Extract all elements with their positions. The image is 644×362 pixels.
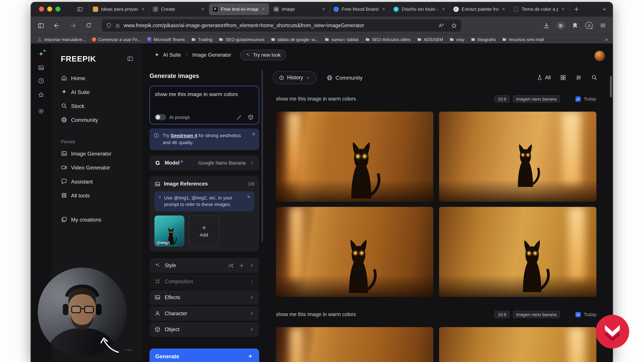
- browser-tab[interactable]: Create: [149, 2, 209, 16]
- generate-button[interactable]: Generate: [150, 349, 259, 362]
- url-bar[interactable]: www.freepik.com/pikaso/ai-image-generato…: [102, 19, 461, 31]
- sidebar-item-my-creations[interactable]: My creations: [56, 213, 137, 227]
- browser-tab[interactable]: C Diseño sin título -...: [390, 2, 450, 16]
- effects-section[interactable]: Effects: [150, 290, 259, 305]
- back-icon[interactable]: [53, 22, 60, 29]
- select-checkbox[interactable]: [576, 312, 581, 317]
- bookmark-item[interactable]: TMicrosoft Teams: [147, 37, 185, 41]
- bookmark-folder[interactable]: suma-t -tablas: [324, 37, 359, 41]
- bookmark-folder[interactable]: vray: [449, 37, 464, 41]
- close-icon[interactable]: [252, 132, 256, 136]
- select-checkbox[interactable]: [576, 96, 581, 102]
- ai-chatbot-rail-icon[interactable]: [38, 49, 44, 59]
- extensions-icon[interactable]: [572, 22, 578, 29]
- bookmark-item[interactable]: Importar marcadore...: [38, 37, 86, 41]
- recorder-badge[interactable]: [595, 314, 630, 349]
- bookmark-folder[interactable]: SEO-guías/recursos: [219, 37, 264, 41]
- bookmark-folder[interactable]: ADS/SEM: [417, 37, 443, 41]
- close-icon[interactable]: [246, 194, 251, 199]
- add-reference-button[interactable]: Add: [188, 215, 219, 247]
- generated-image[interactable]: [439, 112, 596, 201]
- tab-close-icon[interactable]: [261, 7, 265, 11]
- prompt-input[interactable]: show me this image in warm colors AI pro…: [150, 86, 259, 124]
- composition-section[interactable]: Composition: [150, 274, 259, 289]
- library-icon[interactable]: [77, 6, 83, 12]
- sidebar-item-ai-suite[interactable]: AI Suite: [56, 85, 137, 99]
- generated-image[interactable]: [439, 327, 596, 362]
- forward-icon[interactable]: [70, 22, 76, 29]
- tab-close-icon[interactable]: [201, 7, 205, 11]
- panel-scrollbar[interactable]: [262, 70, 263, 242]
- browser-tab[interactable]: Ideas para proyec...: [89, 2, 149, 16]
- plus-icon[interactable]: [239, 263, 244, 268]
- settings-rail-icon[interactable]: [38, 106, 44, 116]
- new-tab-icon[interactable]: [574, 6, 580, 12]
- model-selector[interactable]: G Model Google Nano Banana: [150, 155, 259, 170]
- sidebar-item-assistant[interactable]: Assistant: [56, 174, 137, 188]
- cube-icon[interactable]: [248, 114, 254, 120]
- container-avatar[interactable]: D: [557, 22, 565, 29]
- sidebar-toggle-icon[interactable]: [38, 22, 44, 29]
- lock-icon[interactable]: [115, 23, 120, 28]
- character-section[interactable]: Character: [150, 306, 259, 321]
- menu-icon[interactable]: [600, 22, 606, 29]
- bookmark-folder[interactable]: recursos sms-mail: [502, 37, 544, 41]
- seedream-link[interactable]: Seedream 4: [170, 133, 197, 138]
- generated-image[interactable]: [439, 207, 596, 297]
- sliders-icon[interactable]: [576, 74, 582, 81]
- community-tab[interactable]: Community: [326, 74, 362, 81]
- object-section[interactable]: Object: [150, 322, 259, 337]
- bookmark-folder[interactable]: fotografía: [470, 37, 496, 41]
- grid-view-icon[interactable]: [560, 74, 566, 81]
- bookmark-item[interactable]: Comenzar a usar Fir...: [92, 37, 141, 41]
- bookmark-folder[interactable]: SEO-Artículos útiles: [365, 37, 410, 41]
- tab-close-icon[interactable]: [141, 7, 145, 11]
- generated-image[interactable]: [276, 207, 433, 297]
- tab-list-chevron-icon[interactable]: [602, 6, 607, 12]
- tab-close-icon[interactable]: [442, 7, 446, 11]
- sidebar-item-image-generator[interactable]: Image Generator: [56, 146, 137, 160]
- sidebar-item-stock[interactable]: Stock: [56, 99, 137, 113]
- tab-close-icon[interactable]: [502, 7, 506, 11]
- filter-all-button[interactable]: All: [537, 75, 551, 80]
- style-section[interactable]: Style: [150, 258, 259, 273]
- wand-icon[interactable]: [236, 114, 242, 120]
- sidebar-item-community[interactable]: Community: [56, 113, 137, 127]
- browser-tab[interactable]: C Extract palette fro...: [449, 2, 509, 16]
- browser-tab[interactable]: Tema de color a p...: [509, 2, 569, 16]
- generated-image[interactable]: [276, 327, 433, 362]
- sidebar-item-video-generator[interactable]: Video Generator: [56, 161, 137, 174]
- reference-thumbnail[interactable]: @img1: [154, 215, 184, 247]
- history-rail-icon[interactable]: [38, 76, 44, 86]
- sidebar-item-home[interactable]: Home: [56, 71, 137, 85]
- browser-tab[interactable]: Free Mood Board (: [330, 2, 390, 16]
- minimize-button[interactable]: [47, 6, 52, 11]
- generated-image[interactable]: [276, 112, 433, 201]
- bookmark-folder[interactable]: Trading: [191, 37, 212, 41]
- tab-close-icon[interactable]: [561, 7, 565, 11]
- shield-icon[interactable]: [106, 23, 112, 28]
- translate-icon[interactable]: [438, 22, 444, 28]
- browser-tab-active[interactable]: F Free text-to-image...: [209, 3, 269, 15]
- account-icon[interactable]: [585, 22, 593, 29]
- search-icon[interactable]: [591, 74, 598, 81]
- shuffle-icon[interactable]: [228, 263, 234, 268]
- reload-icon[interactable]: [85, 22, 92, 29]
- browser-tab[interactable]: Image: [270, 2, 330, 16]
- downloads-icon[interactable]: [543, 22, 550, 29]
- webcam-more-button[interactable]: ⋯: [125, 346, 133, 354]
- images-rail-icon[interactable]: [38, 63, 44, 73]
- collapse-sidebar-icon[interactable]: [127, 55, 134, 62]
- ai-prompt-toggle[interactable]: [155, 114, 166, 120]
- tab-close-icon[interactable]: [382, 7, 386, 11]
- tab-close-icon[interactable]: [322, 7, 326, 11]
- bookmarks-rail-icon[interactable]: [38, 90, 44, 100]
- zoom-button[interactable]: [56, 6, 60, 11]
- close-button[interactable]: [39, 6, 44, 11]
- sidebar-item-all-tools[interactable]: All tools: [56, 188, 137, 202]
- bookmark-folder[interactable]: tablas de google -w...: [270, 37, 318, 41]
- history-dropdown[interactable]: History: [273, 71, 317, 84]
- feed-scrollbar[interactable]: [610, 76, 612, 97]
- bookmark-star-icon[interactable]: [451, 22, 457, 28]
- bookmarks-overflow-chevron[interactable]: »: [605, 36, 608, 42]
